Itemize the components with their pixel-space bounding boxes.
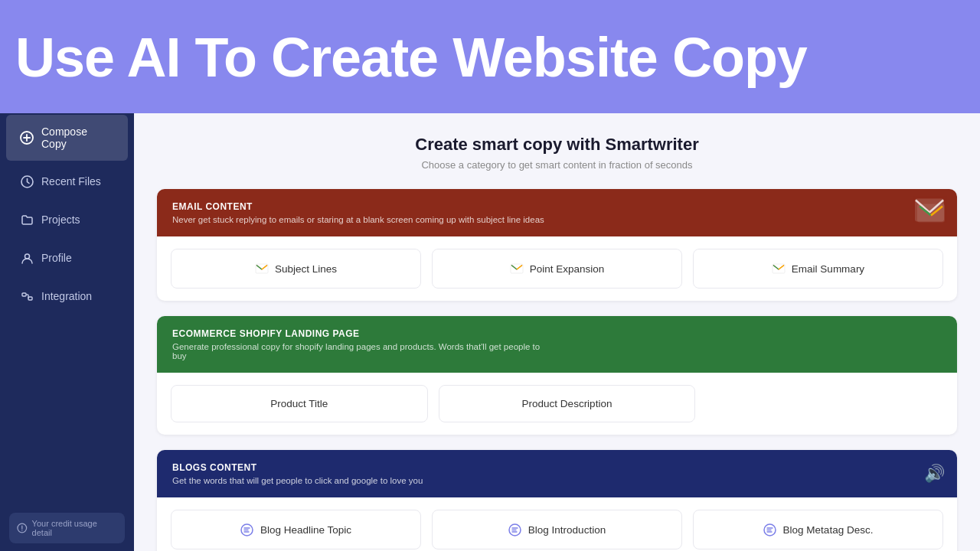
sidebar-item-label: Profile xyxy=(41,252,72,264)
sidebar-footer: Your credit usage detail xyxy=(0,505,134,551)
clock-icon xyxy=(20,174,34,188)
sidebar: Compose Copy Recent Files Projects xyxy=(0,113,134,551)
email-section-desc: Never get stuck replying to emails or st… xyxy=(172,215,555,224)
gmail-icon-1 xyxy=(255,262,269,276)
svg-point-11 xyxy=(21,530,22,530)
gmail-icon-2 xyxy=(510,262,524,276)
user-icon xyxy=(20,251,34,265)
option-point-expansion[interactable]: Point Expansion xyxy=(432,249,682,289)
sidebar-item-label: Projects xyxy=(41,214,80,226)
page-header: Create smart copy with Smartwriter Choos… xyxy=(157,135,957,171)
sidebar-item-profile[interactable]: Profile xyxy=(6,240,128,276)
option-product-description[interactable]: Product Description xyxy=(439,385,696,422)
option-blog-headline[interactable]: Blog Headline Topic xyxy=(171,510,421,549)
option-label: Blog Headline Topic xyxy=(260,524,351,536)
page-title: Create smart copy with Smartwriter xyxy=(157,135,957,155)
svg-rect-5 xyxy=(22,293,26,296)
option-email-summary[interactable]: Email Summary xyxy=(693,249,943,289)
blog-icon-1 xyxy=(240,523,254,536)
blogs-section-title: BLOGS CONTENT xyxy=(172,462,942,473)
email-icon xyxy=(914,198,945,228)
section-blogs: BLOGS CONTENT Get the words that will ge… xyxy=(157,450,957,551)
option-label: Subject Lines xyxy=(275,263,337,275)
plus-circle-icon xyxy=(20,131,34,145)
option-label: Blog Introduction xyxy=(528,524,606,536)
sidebar-item-label: Integration xyxy=(41,290,92,302)
svg-point-4 xyxy=(24,254,29,259)
blogs-section-desc: Get the words that will get people to cl… xyxy=(172,476,555,485)
sidebar-item-label: Recent Files xyxy=(41,175,101,187)
sidebar-item-recent[interactable]: Recent Files xyxy=(6,164,128,199)
blogs-options-row: Blog Headline Topic Blog Introduction xyxy=(157,497,957,551)
credit-usage[interactable]: Your credit usage detail xyxy=(9,513,125,543)
option-label: Blog Metatag Desc. xyxy=(783,524,874,536)
banner: Use AI To Create Website Copy xyxy=(0,0,980,113)
main-content: Create smart copy with Smartwriter Choos… xyxy=(134,113,980,551)
sidebar-item-projects[interactable]: Projects xyxy=(6,202,128,237)
app-container: Compose Copy Recent Files Projects xyxy=(0,113,980,551)
email-section-header: EMAIL CONTENT Never get stuck replying t… xyxy=(157,189,957,236)
shopify-options-row: Product Title Product Description xyxy=(157,373,957,435)
folder-icon xyxy=(20,213,34,227)
option-label: Point Expansion xyxy=(530,263,605,275)
option-subject-lines[interactable]: Subject Lines xyxy=(171,249,421,289)
blogs-section-header: BLOGS CONTENT Get the words that will ge… xyxy=(157,450,957,497)
section-email: EMAIL CONTENT Never get stuck replying t… xyxy=(157,189,957,301)
option-blog-metatag[interactable]: Blog Metatag Desc. xyxy=(693,510,943,549)
option-label: Product Title xyxy=(270,398,328,409)
credit-usage-label: Your credit usage detail xyxy=(32,519,117,537)
option-label: Product Description xyxy=(522,398,612,409)
banner-title: Use AI To Create Website Copy xyxy=(15,28,807,88)
gmail-icon-3 xyxy=(772,262,786,276)
blog-icon-2 xyxy=(508,523,522,536)
svg-rect-6 xyxy=(28,297,32,300)
section-shopify: ECOMMERCE SHOPIFY LANDING PAGE Generate … xyxy=(157,316,957,435)
email-options-row: Subject Lines Point Expansion xyxy=(157,236,957,301)
sidebar-item-label: Compose Copy xyxy=(41,126,114,150)
blog-icon-3 xyxy=(763,523,777,536)
page-subtitle: Choose a category to get smart content i… xyxy=(157,159,957,171)
blogs-icon: 🔊 xyxy=(924,464,945,484)
sidebar-item-integration[interactable]: Integration xyxy=(6,279,128,314)
shopify-section-title: ECOMMERCE SHOPIFY LANDING PAGE xyxy=(172,328,942,339)
integration-icon xyxy=(20,289,34,303)
shopify-section-desc: Generate professional copy for shopify l… xyxy=(172,342,555,360)
shopify-section-header: ECOMMERCE SHOPIFY LANDING PAGE Generate … xyxy=(157,316,957,373)
option-product-title[interactable]: Product Title xyxy=(171,385,428,422)
credit-icon xyxy=(17,523,28,533)
option-blog-introduction[interactable]: Blog Introduction xyxy=(432,510,682,549)
email-section-title: EMAIL CONTENT xyxy=(172,201,942,212)
sidebar-item-compose[interactable]: Compose Copy xyxy=(6,115,128,161)
option-label: Email Summary xyxy=(792,263,864,275)
